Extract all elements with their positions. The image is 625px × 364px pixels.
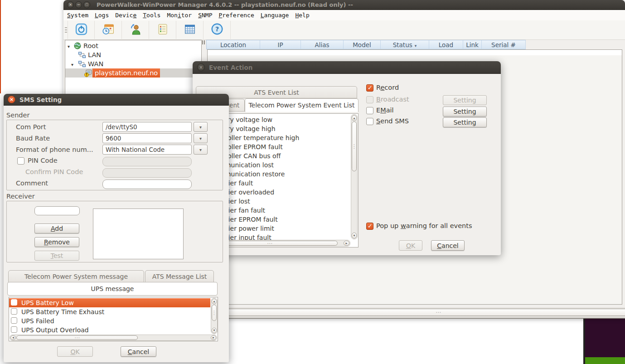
close-icon[interactable]: × (67, 1, 74, 8)
add-button[interactable]: Add (34, 223, 79, 233)
receiver-list[interactable] (93, 209, 184, 259)
menu-monitor[interactable]: Monitor (167, 10, 192, 20)
scroll-down-icon[interactable] (212, 328, 217, 333)
power-button[interactable] (68, 21, 95, 39)
tab-telecom-event-list[interactable]: Telecom Power System Event List (245, 98, 359, 112)
menu-tools[interactable]: Tools (143, 10, 160, 20)
message-row[interactable]: UPS Failed (9, 316, 210, 325)
column-header-serial[interactable]: Serial # (482, 40, 526, 49)
message-h-thumb[interactable] (16, 335, 138, 340)
phone-format-select[interactable]: With National Code (102, 145, 192, 155)
message-h-scrollbar[interactable] (10, 335, 217, 341)
comment-input[interactable] (102, 180, 192, 189)
cancel-button[interactable]: Cancel (431, 240, 465, 251)
list-page-icon (157, 23, 169, 37)
menu-language[interactable]: Language (261, 10, 289, 20)
message-row-selected[interactable]: UPS Battery Low (9, 298, 210, 307)
event-list-v-thumb[interactable] (352, 121, 357, 171)
message-checkbox[interactable] (11, 326, 17, 333)
column-header-ip[interactable]: IP (260, 40, 301, 49)
menu-logs[interactable]: Logs (95, 10, 109, 20)
close-icon[interactable]: × (8, 96, 15, 103)
device-table-header: Location IP Alias Model Status Load Link… (206, 40, 526, 49)
tree-item-wan[interactable]: WAN (65, 59, 201, 68)
globe-icon (74, 42, 81, 51)
remove-button[interactable]: Remove (34, 237, 79, 247)
menu-snmp[interactable]: SNMP (198, 10, 212, 20)
broadcast-label: Broadcast (376, 96, 409, 103)
column-header-location[interactable]: Location (206, 40, 260, 49)
popup-warning-checkbox[interactable] (366, 223, 373, 230)
help-icon: ? (211, 23, 223, 37)
tab-telecom-message[interactable]: Telecom Power System message (8, 270, 144, 282)
expander-icon[interactable] (68, 41, 70, 51)
scroll-right-icon[interactable] (211, 335, 216, 340)
main-h-scrollbar-thumb[interactable] (208, 309, 625, 316)
minimize-icon[interactable]: − (75, 1, 82, 8)
event-action-dialog: × Event Action ATS Event List UPS Event … (193, 61, 501, 255)
message-v-scrollbar[interactable] (211, 298, 218, 334)
scroll-up-icon[interactable] (212, 299, 217, 304)
scroll-down-icon[interactable] (352, 233, 357, 238)
column-header-status[interactable]: Status (381, 40, 429, 49)
message-checkbox[interactable] (11, 317, 17, 324)
menu-system[interactable]: System (67, 10, 88, 20)
user-login-button[interactable] (122, 21, 149, 39)
message-label: UPS Failed (21, 316, 54, 325)
cancel-button[interactable]: Cancel (121, 346, 156, 357)
menu-preference[interactable]: Preference (219, 10, 254, 20)
send-sms-checkbox[interactable] (366, 118, 373, 125)
message-row[interactable]: UPS Output Overload (9, 325, 210, 335)
scroll-left-icon[interactable] (10, 335, 16, 340)
main-h-scrollbar[interactable] (207, 308, 625, 317)
baud-rate-select[interactable]: 9600 (102, 133, 192, 143)
event-action-titlebar[interactable]: × Event Action (193, 61, 501, 74)
message-checkbox[interactable] (11, 308, 17, 315)
column-header-load[interactable]: Load (429, 40, 463, 49)
baud-rate-dropdown-icon[interactable] (194, 133, 208, 143)
email-setting-button[interactable]: Setting (443, 107, 487, 116)
message-row[interactable]: UPS Battery Time Exhaust (9, 307, 210, 316)
test-button: Test (34, 251, 79, 261)
help-button[interactable]: ? (203, 21, 231, 39)
scroll-up-icon[interactable] (352, 115, 357, 121)
tab-ups-message[interactable]: UPS message (7, 282, 218, 296)
scroll-right-icon[interactable] (344, 241, 349, 246)
left-accent-line (0, 0, 1, 93)
receiver-number-input[interactable] (34, 206, 80, 215)
tree-item-lan[interactable]: LAN (65, 50, 201, 59)
close-icon[interactable]: × (197, 63, 205, 71)
tab-ats-message[interactable]: ATS Message List (145, 270, 214, 282)
column-header-model[interactable]: Model (344, 40, 381, 49)
table-view-button[interactable] (176, 21, 203, 39)
sms-titlebar[interactable]: × SMS Setting (4, 94, 229, 106)
menu-device[interactable]: Device (115, 10, 136, 20)
schedule-button[interactable] (95, 21, 122, 39)
splitter-grip (204, 40, 205, 44)
com-port-dropdown-icon[interactable] (194, 122, 208, 132)
table-empty-row (208, 50, 622, 55)
ok-button: OK (57, 346, 93, 357)
maximize-icon[interactable]: ▢ (83, 1, 90, 8)
message-checkbox[interactable] (11, 299, 17, 306)
tree-item-root[interactable]: Root (65, 41, 201, 50)
ups-message-list[interactable]: UPS Battery Low UPS Battery Time Exhaust… (9, 297, 218, 341)
column-header-alias[interactable]: Alias (301, 40, 344, 49)
records-button[interactable] (149, 21, 176, 39)
record-label: Record (376, 84, 399, 91)
expander-icon[interactable] (71, 59, 73, 69)
event-list-v-scrollbar[interactable] (351, 114, 358, 239)
com-port-select[interactable]: /dev/ttyS0 (102, 122, 192, 132)
sms-setting-button[interactable]: Setting (443, 117, 487, 127)
column-header-link[interactable]: Link (463, 40, 482, 49)
email-checkbox[interactable] (366, 107, 373, 114)
record-checkbox[interactable] (366, 84, 373, 92)
phone-format-dropdown-icon[interactable] (194, 145, 208, 155)
panel-splitter[interactable] (202, 40, 206, 46)
message-v-thumb[interactable] (212, 305, 217, 321)
toolbar-grip[interactable] (65, 27, 67, 33)
menu-help[interactable]: Help (295, 10, 309, 20)
main-titlebar[interactable]: × − ▢ PowerWalker-WinPower Manager 4.6.0… (63, 0, 625, 10)
pin-code-checkbox[interactable] (17, 157, 24, 165)
tree-item-device[interactable]: ! playstation.neuf.no (65, 68, 201, 78)
